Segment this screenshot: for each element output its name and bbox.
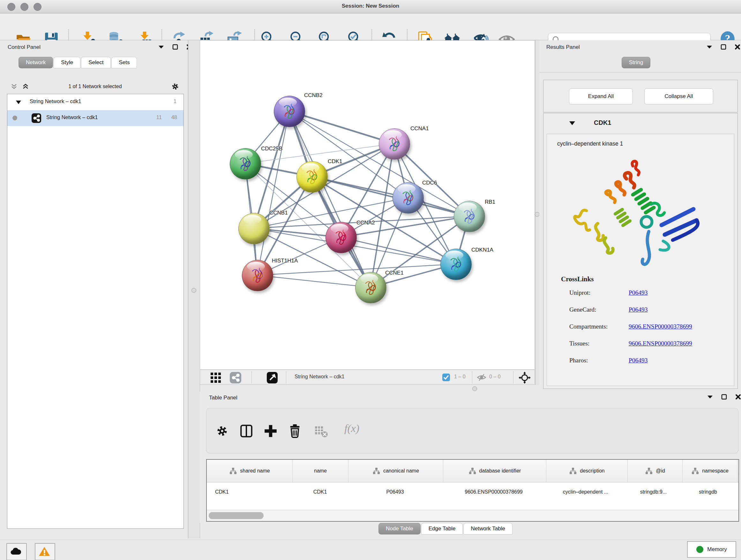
protein-node-cdc6[interactable] bbox=[393, 182, 424, 213]
protein-node-hist1h1a[interactable] bbox=[242, 260, 273, 291]
crosslink-link[interactable]: P06493 bbox=[629, 306, 648, 313]
table-cell[interactable]: 9606.ENSP00000378699 bbox=[442, 482, 545, 502]
tab-node-table[interactable]: Node Table bbox=[379, 523, 421, 535]
network-row-selected[interactable]: String Network – cdk1 11 48 bbox=[7, 110, 184, 126]
column-header-shared-name[interactable]: shared name bbox=[207, 460, 293, 482]
network-edge[interactable] bbox=[257, 111, 289, 275]
table-cell[interactable]: P06493 bbox=[348, 482, 442, 502]
network-edge[interactable] bbox=[257, 275, 370, 287]
network-edge[interactable] bbox=[289, 111, 394, 144]
network-view-toolbar: String Network – cdk1 1 – 0 0 – 0 bbox=[200, 370, 535, 385]
current-network-indicator bbox=[12, 116, 17, 120]
network-options-gear-icon[interactable] bbox=[171, 82, 180, 91]
column-header-label: namespace bbox=[702, 468, 729, 474]
column-header-label: name bbox=[314, 468, 327, 474]
crosslinks-title: CrossLinks bbox=[561, 275, 594, 283]
scrollbar-thumb[interactable] bbox=[209, 512, 264, 519]
table-cell[interactable]: CDK1 bbox=[207, 482, 292, 502]
tab-network[interactable]: Network bbox=[18, 57, 53, 68]
crosslink-link[interactable]: P06493 bbox=[629, 289, 648, 296]
table-row[interactable]: CDK1CDK1P064939606.ENSP00000378699cyclin… bbox=[207, 482, 739, 502]
hidden-count: 0 – 0 bbox=[489, 374, 501, 380]
network-edge-count: 48 bbox=[172, 114, 177, 120]
delete-column-icon[interactable] bbox=[287, 424, 302, 438]
protein-node-cdc25b[interactable] bbox=[230, 148, 261, 179]
column-namespace-icon bbox=[229, 467, 237, 475]
crosslink-label: Pharos: bbox=[569, 357, 588, 364]
protein-structure-thumbnail bbox=[242, 260, 273, 291]
show-columns-icon[interactable] bbox=[239, 424, 254, 438]
panel-float-icon[interactable] bbox=[721, 393, 728, 400]
protein-node-ccne1[interactable] bbox=[355, 272, 387, 303]
network-overview-icon[interactable] bbox=[229, 372, 242, 384]
toolbar-separator bbox=[252, 371, 252, 383]
protein-node-ccnb2[interactable] bbox=[274, 96, 305, 127]
protein-structure-image bbox=[567, 157, 714, 271]
table-settings-gear-icon[interactable] bbox=[215, 424, 229, 438]
panel-close-icon[interactable] bbox=[734, 44, 741, 51]
crosslink-link[interactable]: 9606.ENSP00000378699 bbox=[629, 323, 692, 330]
panel-float-icon[interactable] bbox=[172, 44, 179, 51]
table-horizontal-scrollbar[interactable] bbox=[207, 510, 738, 521]
tab-style[interactable]: Style bbox=[54, 57, 80, 68]
create-column-icon[interactable] bbox=[263, 424, 278, 438]
column-header-canonical-name[interactable]: canonical name bbox=[348, 460, 443, 482]
panel-float-icon[interactable] bbox=[720, 44, 727, 51]
tab-network-table[interactable]: Network Table bbox=[463, 523, 512, 535]
selected-checkbox-icon[interactable] bbox=[442, 373, 450, 381]
table-cell[interactable]: cyclin–dependent ... bbox=[545, 482, 626, 502]
panel-close-icon[interactable] bbox=[735, 393, 741, 400]
network-view-canvas[interactable]: CCNB2CCNA1CDC25BCDK1CDC6RB1CCNB1CCNA2CDK… bbox=[200, 40, 535, 370]
birds-eye-view-icon[interactable] bbox=[210, 372, 222, 384]
collection-expander-icon[interactable] bbox=[16, 100, 21, 105]
cloud-status-button[interactable] bbox=[6, 543, 27, 560]
memory-button[interactable]: Memory bbox=[687, 541, 736, 558]
network-node-count: 11 bbox=[156, 114, 162, 120]
panel-menu-icon[interactable] bbox=[706, 393, 714, 400]
collapse-all-button[interactable]: Collapse All bbox=[644, 88, 713, 105]
open-view-in-window-icon[interactable] bbox=[266, 372, 278, 384]
entry-expander-icon[interactable] bbox=[569, 121, 576, 125]
main-toolbar: ? bbox=[0, 13, 741, 40]
bottom-splitter-grip[interactable] bbox=[472, 386, 477, 391]
table-header-row: shared namenamecanonical namedatabase id… bbox=[207, 460, 739, 482]
tab-select[interactable]: Select bbox=[81, 57, 111, 68]
table-panel-title: Table Panel bbox=[209, 395, 238, 401]
protein-node-rb1[interactable] bbox=[454, 201, 485, 232]
column-header-name[interactable]: name bbox=[293, 460, 348, 482]
network-collection-row[interactable]: String Network – cdk1 1 bbox=[7, 94, 184, 110]
protein-node-cdk1[interactable] bbox=[296, 161, 328, 192]
tab-sets[interactable]: Sets bbox=[111, 57, 137, 68]
protein-node-ccna2[interactable] bbox=[326, 222, 357, 253]
entry-header[interactable]: CDK1 bbox=[543, 113, 738, 134]
table-cell[interactable]: CDK1 bbox=[292, 482, 348, 502]
application-window: Session: New Session bbox=[0, 0, 741, 560]
column-header-namespace[interactable]: namespace bbox=[683, 460, 738, 482]
crosslink-link[interactable]: 9606.ENSP00000378699 bbox=[629, 340, 692, 347]
column-header--id[interactable]: @id bbox=[628, 460, 683, 482]
protein-node-ccnb1[interactable] bbox=[239, 213, 270, 244]
panel-menu-icon[interactable] bbox=[706, 44, 713, 51]
pan-crosshair-icon[interactable] bbox=[519, 372, 531, 384]
column-header-database-identifier[interactable]: database identifier bbox=[443, 460, 546, 482]
protein-node-cdkn1a[interactable] bbox=[441, 249, 472, 280]
memory-status-dot bbox=[696, 546, 703, 553]
column-header-description[interactable]: description bbox=[546, 460, 628, 482]
network-tree: String Network – cdk1 1 String Network –… bbox=[7, 94, 184, 529]
tab-string[interactable]: String bbox=[622, 57, 650, 68]
warnings-button[interactable] bbox=[35, 543, 55, 560]
network-type-icon bbox=[31, 113, 41, 123]
table-cell[interactable]: stringdb bbox=[681, 482, 735, 502]
protein-node-ccna1[interactable] bbox=[379, 128, 410, 160]
node-table[interactable]: shared namenamecanonical namedatabase id… bbox=[206, 459, 739, 522]
expand-all-button[interactable]: Expand All bbox=[569, 88, 633, 105]
delete-table-icon bbox=[314, 424, 328, 438]
crosslink-link[interactable]: P06493 bbox=[629, 357, 648, 364]
table-cell[interactable]: stringdb:9... bbox=[626, 482, 681, 502]
tab-edge-table[interactable]: Edge Table bbox=[421, 523, 463, 535]
left-splitter-grip[interactable] bbox=[192, 288, 196, 293]
column-header-label: database identifier bbox=[479, 468, 521, 474]
right-splitter-grip[interactable] bbox=[535, 212, 540, 217]
toolbar-separator bbox=[472, 371, 472, 383]
panel-menu-icon[interactable] bbox=[158, 44, 165, 51]
